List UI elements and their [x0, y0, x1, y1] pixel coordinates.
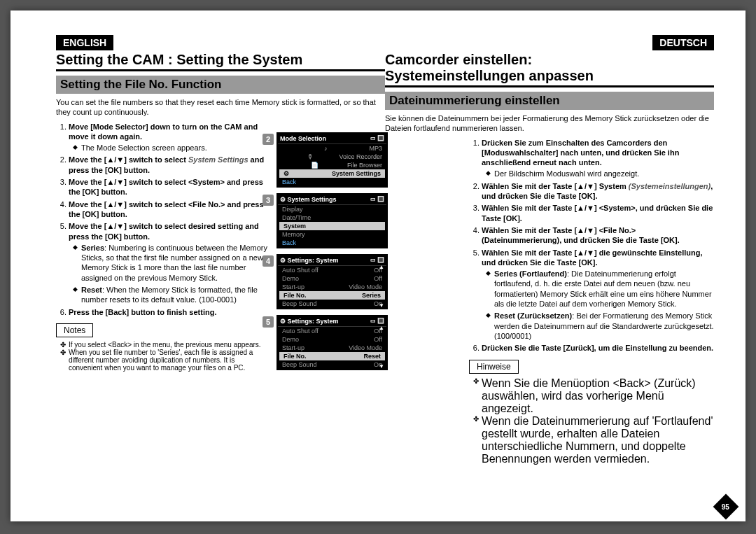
- gear-icon: ⚙: [280, 196, 288, 203]
- step-3-left: Move the [▲/▼] switch to select <System>…: [69, 178, 263, 196]
- lang-badge-deutsch: DEUTSCH: [652, 35, 714, 50]
- file-icon: 📄: [311, 162, 318, 169]
- screen-num-2: 2: [262, 134, 274, 145]
- step-1-sub: The Mode Selection screen appears.: [73, 143, 275, 153]
- gear-icon: ⚙: [284, 170, 289, 177]
- screen-num-3: 3: [262, 195, 274, 206]
- series-label-de: Series (Fortlaufend): [494, 269, 567, 278]
- screen-3-datetime: Date/Time: [282, 214, 311, 221]
- s4-startup-l: Start-up: [282, 283, 304, 290]
- s4-demo-r: Off: [374, 275, 382, 282]
- s4-autoshut-l: Auto Shut off: [282, 267, 318, 274]
- notes-label-right: Hinweise: [469, 360, 519, 374]
- screen-4: 4 ⚙ Settings: System▭ 🔳 Auto Shut offOff…: [276, 254, 388, 309]
- up-icon: ▲: [379, 325, 384, 331]
- subtitle-left: Setting the File No. Function: [56, 76, 385, 94]
- s5-beep-l: Beep Sound: [282, 361, 317, 368]
- step-1-right: Drücken Sie zum Einschalten des Camcorde…: [482, 139, 679, 167]
- title-right-2: Systemeinstellungen anpassen: [385, 68, 594, 83]
- steps-right: Drücken Sie zum Einschalten des Camcorde…: [469, 138, 714, 353]
- screen-2-row-voice: Voice Recorder: [339, 153, 382, 160]
- step-5-right-series: Series (Fortlaufend): Die Dateinummerier…: [486, 269, 714, 309]
- battery-icon: ▭ 🔳: [370, 318, 384, 325]
- column-deutsch: DEUTSCH Camcorder einstellen: Systemeins…: [385, 35, 714, 467]
- step-2-right-a: Wählen Sie mit der Taste [▲/▼] System: [482, 182, 629, 190]
- screen-2: 2 Mode Selection▭ 🔳 MP3 🎙 Voice Recorder…: [276, 132, 388, 188]
- page-title-left: Setting the CAM : Setting the System: [56, 52, 385, 71]
- intro-right: Sie können die Dateinummern bei jeder Fo…: [385, 113, 714, 134]
- note-1-left: If you select <Back> in the menu, the pr…: [60, 341, 267, 349]
- step-5-right-reset: Reset (Zurücksetzen): Bei der Formatieru…: [486, 311, 714, 341]
- s5-startup-r: Video Mode: [349, 344, 382, 351]
- s5-fileno-r: Reset: [363, 353, 381, 360]
- page-number: 95: [722, 503, 729, 511]
- screen-2-hilite: System Settings: [332, 170, 381, 177]
- s5-fileno-l: File No.: [284, 353, 307, 360]
- s5-demo-l: Demo: [282, 336, 299, 343]
- reset-label: Reset: [81, 286, 102, 294]
- subtitle-right: Dateinummerierung einstellen: [385, 92, 714, 110]
- step-4-right: Wählen Sie mit der Taste [▲/▼] <File No.…: [482, 226, 680, 244]
- screen-num-5: 5: [262, 316, 274, 328]
- s4-fileno-r: Series: [362, 292, 381, 299]
- notes-label-left: Notes: [56, 323, 93, 337]
- screen-4-title: Settings: System: [288, 257, 339, 264]
- up-icon: ▲: [379, 264, 384, 270]
- intro-left: You can set the file numbers so that the…: [56, 97, 385, 118]
- s4-demo-l: Demo: [282, 275, 299, 282]
- screen-3-memory: Memory: [282, 231, 305, 238]
- down-icon: ▼: [379, 363, 384, 370]
- step-6-right: Drücken Sie die Taste [Zurück], um die E…: [482, 344, 713, 352]
- screen-3-back: Back: [278, 239, 386, 247]
- screen-5: 5 ⚙ Settings: System▭ 🔳 Auto Shut offOff…: [276, 315, 388, 370]
- step-4-left: Move the [▲/▼] switch to select <File No…: [69, 200, 264, 218]
- s4-fileno-l: File No.: [284, 292, 307, 299]
- battery-icon: ▭ 🔳: [370, 135, 384, 142]
- step-1-left: Move [Mode Selector] down to turn on the…: [69, 122, 258, 141]
- step-2-left-ital: System Settings: [188, 155, 248, 164]
- notes-left: If you select <Back> in the menu, the pr…: [60, 341, 267, 372]
- s5-startup-l: Start-up: [282, 344, 304, 351]
- page-title-right: Camcorder einstellen: Systemeinstellunge…: [385, 52, 714, 87]
- mp3-icon: [324, 145, 328, 152]
- note-2-left: When you set file number to 'Series', ea…: [60, 349, 267, 372]
- voice-icon: 🎙: [307, 153, 314, 160]
- step-5-series: Series: Numbering is continuous between …: [73, 243, 275, 283]
- step-5-reset: Reset: When the Memory Stick is formatte…: [73, 285, 275, 305]
- page-number-badge: 95: [713, 494, 739, 520]
- s5-autoshut-l: Auto Shut off: [282, 328, 318, 335]
- screen-3: 3 ⚙ System Settings▭ 🔳 Display Date/Time…: [276, 193, 388, 248]
- s5-demo-r: Off: [374, 336, 382, 343]
- title-right-1: Camcorder einstellen:: [385, 52, 532, 67]
- step-5-left: Move the [▲/▼] switch to select desired …: [69, 222, 259, 240]
- step-1-right-sub: Der Bildschirm Moduswahl wird angezeigt.: [486, 169, 714, 178]
- screen-2-title: Mode Selection: [280, 135, 326, 142]
- notes-right: Wenn Sie die Menüoption <Back> (Zurück) …: [473, 377, 714, 465]
- step-2-right-ital: (Systemeinstellungen): [629, 182, 710, 190]
- screen-2-back: Back: [278, 178, 386, 186]
- reset-label-de: Reset (Zurücksetzen): [494, 311, 572, 320]
- battery-icon: ▭ 🔳: [370, 257, 384, 264]
- manual-page: ENGLISH Setting the CAM : Setting the Sy…: [10, 10, 746, 521]
- screen-num-4: 4: [262, 255, 274, 267]
- note-2-right: Wenn die Dateinummerierung auf 'Fortlauf…: [473, 415, 714, 465]
- reset-text: : When the Memory Stick is formatted, th…: [81, 286, 258, 304]
- steps-left: Move [Mode Selector] down to turn on the…: [56, 122, 275, 317]
- gear-icon: ⚙: [280, 318, 288, 325]
- s4-startup-r: Video Mode: [349, 283, 382, 290]
- battery-icon: ▭ 🔳: [370, 196, 384, 203]
- step-5-right: Wählen Sie mit der Taste [▲/▼] die gewün…: [482, 248, 703, 267]
- screen-2-row-filebrowser: File Browser: [347, 162, 382, 169]
- screen-5-title: Settings: System: [288, 318, 339, 325]
- series-label: Series: [81, 244, 104, 252]
- screen-3-hilite: System: [284, 223, 306, 230]
- step-6-left: Press the [Back] button to finish settin…: [69, 308, 216, 316]
- gear-icon: ⚙: [280, 257, 288, 264]
- screen-3-title: System Settings: [288, 196, 337, 203]
- series-text: : Numbering is continuous between the Me…: [81, 244, 267, 282]
- screen-2-row-mp3: MP3: [369, 145, 382, 152]
- screen-3-display: Display: [282, 206, 303, 213]
- lcd-screenshots: 2 Mode Selection▭ 🔳 MP3 🎙 Voice Recorder…: [276, 132, 402, 376]
- step-2-left-a: Move the [▲/▼] switch to select: [69, 155, 188, 164]
- s4-beep-l: Beep Sound: [282, 300, 317, 307]
